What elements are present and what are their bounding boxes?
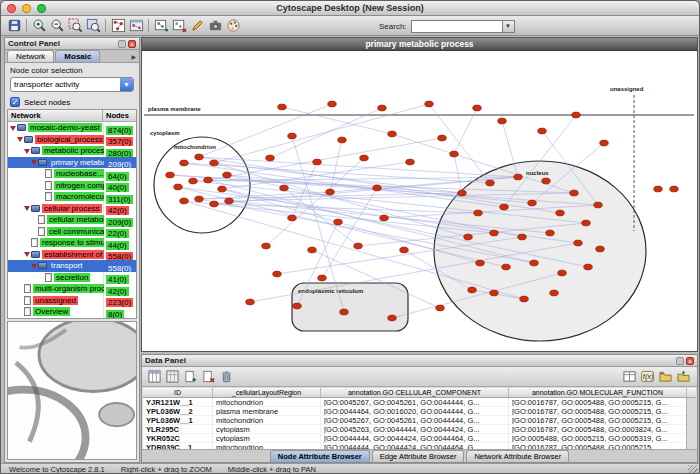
network-node[interactable] — [180, 198, 189, 204]
network-node[interactable] — [654, 186, 663, 192]
network-node[interactable] — [450, 151, 459, 157]
select-nodes-checkbox[interactable]: ✓ — [10, 97, 20, 107]
table-cell[interactable]: [GO:0016787, GO:0005488, GO:0005215, G..… — [509, 398, 687, 406]
network-node[interactable] — [288, 133, 297, 139]
table-cell[interactable]: YPL036W__1 — [143, 416, 213, 424]
network-node[interactable] — [572, 112, 581, 118]
network-node[interactable] — [338, 137, 347, 143]
network-node[interactable] — [288, 215, 297, 221]
table-cell[interactable]: [GO:0045267, GO:0045261, GO:0044444, G..… — [321, 398, 509, 406]
window-zoom-button[interactable] — [37, 4, 46, 13]
network-node[interactable] — [166, 172, 175, 178]
import-table-icon[interactable] — [675, 369, 692, 385]
network-node[interactable] — [293, 303, 302, 309]
tab-scroll-right-icon[interactable]: ▶ — [131, 53, 139, 62]
network-node[interactable] — [596, 246, 605, 252]
select-nodes-row[interactable]: ✓ Select nodes — [5, 92, 139, 107]
expander-icon[interactable] — [23, 204, 31, 212]
network-node[interactable] — [520, 296, 529, 302]
table-row[interactable]: YLR295Ccytoplasm[GO:0045263, GO:0044444,… — [143, 425, 696, 434]
annotation-icon[interactable] — [188, 17, 206, 34]
network-node[interactable] — [328, 101, 337, 107]
zoom-fit-icon[interactable] — [84, 17, 102, 34]
table-cell[interactable]: [GO:0045267, GO:0045261, GO:0044444, G..… — [321, 416, 509, 424]
table-row[interactable]: YPL036W__1mitochondrion[GO:0045267, GO:0… — [143, 416, 696, 425]
network-node[interactable] — [360, 155, 369, 161]
table-cell[interactable]: [GO:0005488, GO:0005215, GO:0005319, G..… — [509, 434, 687, 442]
attribute-matrix-icon[interactable] — [621, 369, 638, 385]
network-node[interactable] — [378, 105, 387, 111]
tree-item[interactable]: Overview8(0) — [8, 306, 136, 318]
network-edge[interactable] — [214, 104, 429, 163]
network-node[interactable] — [546, 230, 555, 236]
expander-icon[interactable] — [9, 124, 17, 132]
network-node[interactable] — [473, 105, 482, 111]
network-node[interactable] — [438, 135, 447, 141]
network-node[interactable] — [246, 299, 255, 305]
expander-icon[interactable] — [23, 147, 31, 155]
vertical-scrollbar[interactable] — [686, 398, 696, 449]
table-row[interactable]: YJR121W__1mitochondrion[GO:0045267, GO:0… — [143, 398, 696, 407]
birdseye-view[interactable] — [7, 321, 137, 460]
network-node[interactable] — [514, 174, 523, 180]
tree-col-nodes[interactable]: Nodes — [103, 110, 136, 121]
network-node[interactable] — [476, 260, 485, 266]
network-node[interactable] — [373, 185, 382, 191]
network-overview-icon[interactable] — [127, 17, 145, 34]
network-node[interactable] — [326, 189, 335, 195]
expander-icon[interactable] — [16, 135, 24, 143]
network-node[interactable] — [500, 204, 509, 210]
network-node[interactable] — [218, 186, 227, 192]
search-options-chevron-icon[interactable]: ▼ — [503, 20, 515, 33]
table-cell[interactable]: cytoplasm — [213, 425, 321, 433]
window-titlebar[interactable]: Cytoscape Desktop (New Session) — [1, 1, 699, 16]
color-attribute-dropdown[interactable]: transporter activity ▼ — [10, 77, 134, 92]
network-node[interactable] — [464, 234, 473, 240]
table-cell[interactable]: [GO:0044464, GO:0016020, GO:0044444, G..… — [321, 407, 509, 415]
network-node[interactable] — [556, 210, 565, 216]
network-node[interactable] — [530, 260, 539, 266]
network-node[interactable] — [425, 101, 434, 107]
table-cell[interactable]: [GO:0045263, GO:0044444, GO:0044424, G..… — [321, 425, 509, 433]
destroy-network-view-icon[interactable] — [170, 17, 188, 34]
network-node[interactable] — [313, 159, 322, 165]
network-node[interactable] — [538, 128, 547, 134]
table-cell[interactable]: [GO:0044444, GO:0044424, GO:0044464, G..… — [321, 434, 509, 442]
zoom-out-icon[interactable] — [48, 17, 66, 34]
network-node[interactable] — [600, 140, 609, 146]
save-icon[interactable] — [5, 17, 23, 34]
network-node[interactable] — [174, 184, 183, 190]
network-node[interactable] — [486, 180, 495, 186]
network-node[interactable] — [180, 160, 189, 166]
float-panel-icon[interactable] — [676, 357, 684, 365]
float-panel-icon[interactable] — [118, 40, 126, 48]
window-close-button[interactable] — [7, 4, 16, 13]
show-graphics-details-icon[interactable] — [109, 17, 127, 34]
network-node[interactable] — [542, 178, 551, 184]
table-cell[interactable]: YKR052C — [143, 434, 213, 442]
expander-icon[interactable] — [30, 262, 38, 270]
table-cell[interactable]: YLR295C — [143, 425, 213, 433]
close-panel-icon[interactable]: × — [128, 40, 136, 48]
table-cell[interactable]: cytoplasm — [213, 434, 321, 442]
select-attributes-icon[interactable] — [146, 369, 163, 385]
network-node[interactable] — [490, 290, 499, 296]
network-node[interactable] — [204, 177, 213, 183]
open-folder-icon[interactable] — [657, 369, 674, 385]
network-edge[interactable] — [208, 138, 442, 180]
zoom-in-icon[interactable] — [30, 17, 48, 34]
network-node[interactable] — [550, 290, 559, 296]
network-node[interactable] — [388, 131, 397, 137]
zoom-selected-icon[interactable] — [66, 17, 84, 34]
network-node[interactable] — [594, 202, 603, 208]
network-node[interactable] — [334, 219, 343, 225]
network-view-titlebar[interactable]: primary metabolic process — [142, 38, 697, 51]
table-cell[interactable]: [GO:0016787, GO:0005488, GO:0005215, G..… — [509, 407, 687, 415]
network-node[interactable] — [498, 118, 507, 124]
network-edge[interactable] — [429, 104, 490, 183]
search-input[interactable] — [411, 20, 503, 33]
network-node[interactable] — [280, 185, 289, 191]
network-node[interactable] — [558, 270, 567, 276]
network-node[interactable] — [388, 315, 397, 321]
network-node[interactable] — [340, 309, 349, 315]
